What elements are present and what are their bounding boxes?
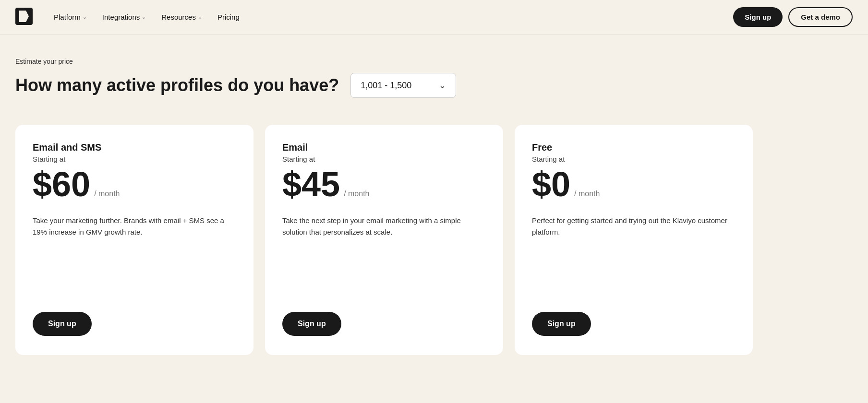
pricing-card-free: Free Starting at $0 / month Perfect for … bbox=[515, 125, 753, 355]
starting-label: Starting at bbox=[282, 155, 486, 163]
nav-link-platform[interactable]: Platform ⌄ bbox=[48, 9, 93, 25]
profiles-dropdown[interactable]: 1,001 - 1,500 ⌄ bbox=[350, 73, 456, 98]
pricing-card-email: Email Starting at $45 / month Take the n… bbox=[265, 125, 503, 355]
starting-label: Starting at bbox=[532, 155, 735, 163]
price-period: / month bbox=[94, 190, 120, 198]
profiles-question-row: How many active profiles do you have? 1,… bbox=[15, 73, 753, 98]
plan-name: Email bbox=[282, 142, 486, 153]
price: $0 bbox=[532, 167, 570, 202]
logo[interactable] bbox=[15, 8, 48, 27]
plan-name: Free bbox=[532, 142, 735, 153]
plan-name: Email and SMS bbox=[33, 142, 236, 153]
price-row: $0 / month bbox=[532, 167, 735, 202]
nav-link-integrations[interactable]: Integrations ⌄ bbox=[96, 9, 152, 25]
nav-demo-button[interactable]: Get a demo bbox=[788, 7, 853, 27]
main-content: Estimate your price How many active prof… bbox=[0, 35, 768, 384]
price-row: $60 / month bbox=[33, 167, 236, 202]
card-description: Perfect for getting started and trying o… bbox=[532, 215, 735, 253]
chevron-down-icon: ⌄ bbox=[439, 80, 446, 91]
card-description: Take your marketing further. Brands with… bbox=[33, 215, 236, 253]
card-signup-button-free[interactable]: Sign up bbox=[532, 312, 591, 336]
card-signup-button-email[interactable]: Sign up bbox=[282, 312, 341, 336]
card-signup-button-email-sms[interactable]: Sign up bbox=[33, 312, 92, 336]
pricing-card-email-sms: Email and SMS Starting at $60 / month Ta… bbox=[15, 125, 253, 355]
starting-label: Starting at bbox=[33, 155, 236, 163]
price-row: $45 / month bbox=[282, 167, 486, 202]
chevron-down-icon: ⌄ bbox=[83, 14, 87, 20]
price: $60 bbox=[33, 167, 90, 202]
nav-link-resources[interactable]: Resources ⌄ bbox=[156, 9, 208, 25]
profiles-dropdown-value: 1,001 - 1,500 bbox=[361, 81, 433, 91]
nav-signup-button[interactable]: Sign up bbox=[733, 7, 783, 27]
nav-links: Platform ⌄ Integrations ⌄ Resources ⌄ Pr… bbox=[48, 9, 733, 25]
price: $45 bbox=[282, 167, 340, 202]
nav-cta: Sign up Get a demo bbox=[733, 7, 853, 27]
estimate-label: Estimate your price bbox=[15, 58, 753, 65]
chevron-down-icon: ⌄ bbox=[198, 14, 202, 20]
main-nav: Platform ⌄ Integrations ⌄ Resources ⌄ Pr… bbox=[0, 0, 868, 35]
price-period: / month bbox=[344, 190, 369, 198]
card-description: Take the next step in your email marketi… bbox=[282, 215, 486, 253]
nav-link-pricing[interactable]: Pricing bbox=[212, 9, 245, 25]
price-period: / month bbox=[574, 190, 600, 198]
chevron-down-icon: ⌄ bbox=[142, 14, 146, 20]
profiles-question: How many active profiles do you have? bbox=[15, 75, 339, 95]
pricing-cards: Email and SMS Starting at $60 / month Ta… bbox=[15, 125, 753, 355]
